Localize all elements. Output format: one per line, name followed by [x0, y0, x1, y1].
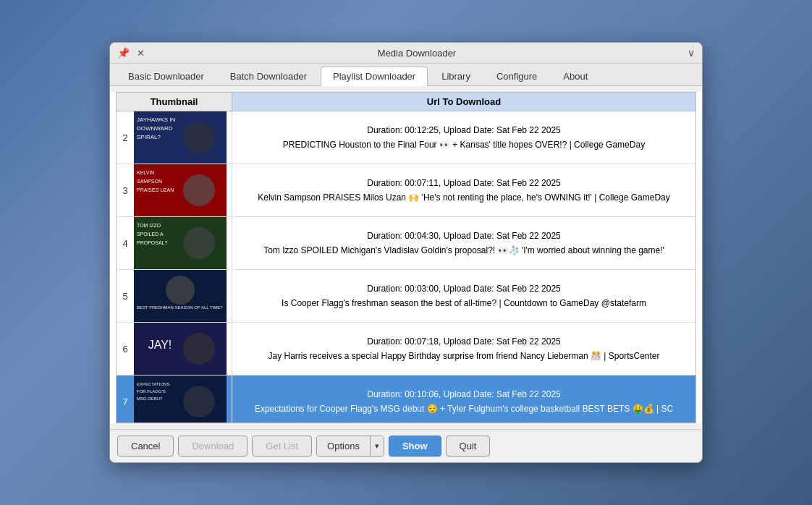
- options-dropdown-arrow[interactable]: ▾: [370, 436, 384, 456]
- row-duration: Duration: 00:10:06, Upload Date: Sat Feb…: [241, 388, 687, 401]
- pin-icon: 📌: [117, 47, 129, 59]
- row-thumb-cell: 6 JAY!: [117, 323, 232, 375]
- svg-text:SPIRAL?: SPIRAL?: [137, 134, 161, 140]
- row-duration: Duration: 00:03:00, Upload Date: Sat Feb…: [241, 282, 687, 295]
- row-thumb-cell: 7 EXPECTATIONS FOR FLAGG'S MSG DEBUT: [117, 375, 232, 423]
- tab-playlist-downloader[interactable]: Playlist Downloader: [321, 67, 428, 86]
- svg-point-17: [166, 276, 195, 305]
- tab-about[interactable]: About: [551, 67, 600, 85]
- title-bar-controls: 📌 ✕: [117, 47, 146, 59]
- svg-text:PRAISES UZAN: PRAISES UZAN: [137, 187, 174, 192]
- table-row[interactable]: 5 BEST FRESHMAN SEASON OF ALL TIME? Dura…: [117, 270, 695, 323]
- thumbnail-image: KELVIN SAMPSON PRAISES UZAN: [134, 164, 227, 216]
- table-body[interactable]: 2 JAYHAWKS IN DOWNWARD SPIRAL?: [117, 111, 695, 423]
- url-column-header: Url To Download: [232, 93, 695, 111]
- row-thumb-cell: 3 KELVIN SAMPSON PRAISES UZAN: [117, 164, 232, 216]
- row-title: PREDICTING Houston to the Final Four 👀 +…: [241, 138, 687, 151]
- thumbnail-image: TOM IZZO SPOILED A PROPOSAL?: [134, 217, 227, 269]
- svg-point-14: [183, 227, 215, 259]
- options-button-group: Options ▾: [316, 436, 384, 457]
- svg-text:EXPECTATIONS: EXPECTATIONS: [137, 382, 169, 386]
- row-number: 4: [117, 235, 134, 252]
- row-thumb-cell: 5 BEST FRESHMAN SEASON OF ALL TIME?: [117, 270, 232, 322]
- window-title: Media Downloader: [146, 48, 688, 59]
- thumbnail-image: BEST FRESHMAN SEASON OF ALL TIME?: [134, 270, 227, 322]
- tab-library[interactable]: Library: [429, 67, 483, 85]
- svg-text:FOR FLAGG'S: FOR FLAGG'S: [137, 389, 166, 394]
- svg-point-25: [183, 386, 215, 417]
- row-content[interactable]: Duration: 00:07:11, Upload Date: Sat Feb…: [232, 164, 695, 216]
- row-number: 6: [117, 341, 134, 357]
- svg-text:SPOILED A: SPOILED A: [137, 232, 164, 237]
- thumbnail-column-header: Thumbnail: [117, 93, 232, 111]
- svg-text:MSG DEBUT: MSG DEBUT: [137, 396, 163, 401]
- row-number: 3: [117, 182, 134, 199]
- table-row[interactable]: 2 JAYHAWKS IN DOWNWARD SPIRAL?: [117, 111, 695, 164]
- close-button[interactable]: ✕: [135, 47, 146, 59]
- svg-text:KELVIN: KELVIN: [137, 170, 154, 175]
- thumbnail-image: JAY!: [134, 323, 227, 375]
- tab-batch-downloader[interactable]: Batch Downloader: [218, 67, 319, 85]
- svg-text:PROPOSAL?: PROPOSAL?: [137, 240, 168, 245]
- row-content[interactable]: Duration: 00:03:00, Upload Date: Sat Feb…: [232, 270, 695, 322]
- row-content[interactable]: Duration: 00:12:25, Upload Date: Sat Feb…: [232, 111, 695, 164]
- table-row[interactable]: 4 TOM IZZO SPOILED A PROPOSAL?: [117, 217, 695, 270]
- row-duration: Duration: 00:12:25, Upload Date: Sat Feb…: [241, 124, 687, 137]
- svg-text:DOWNWARD: DOWNWARD: [137, 125, 173, 132]
- main-window: 📌 ✕ Media Downloader ∨ Basic Downloader …: [109, 42, 703, 463]
- row-number: 5: [117, 288, 134, 305]
- svg-point-9: [183, 174, 215, 206]
- row-content[interactable]: Duration: 00:10:06, Upload Date: Sat Feb…: [232, 375, 695, 423]
- row-title: Kelvin Sampson PRAISES Milos Uzan 🙌 'He'…: [241, 191, 687, 204]
- row-title: Jay Harris receives a special Happy Birt…: [241, 349, 687, 362]
- row-thumb-cell: 4 TOM IZZO SPOILED A PROPOSAL?: [117, 217, 232, 269]
- svg-text:SAMPSON: SAMPSON: [137, 179, 162, 184]
- download-button[interactable]: Download: [178, 436, 248, 457]
- row-content[interactable]: Duration: 00:04:30, Upload Date: Sat Feb…: [232, 217, 695, 269]
- tab-bar: Basic Downloader Batch Downloader Playli…: [110, 64, 702, 86]
- cancel-button[interactable]: Cancel: [117, 436, 174, 457]
- tab-configure[interactable]: Configure: [484, 67, 549, 85]
- get-list-button[interactable]: Get List: [252, 436, 312, 457]
- table-header: Thumbnail Url To Download: [117, 93, 695, 111]
- thumbnail-image: EXPECTATIONS FOR FLAGG'S MSG DEBUT: [134, 375, 227, 423]
- tab-content: Thumbnail Url To Download 2 JAYHAWKS IN …: [110, 92, 702, 423]
- svg-point-4: [183, 122, 215, 153]
- title-bar: 📌 ✕ Media Downloader ∨: [110, 43, 702, 64]
- svg-text:TOM IZZO: TOM IZZO: [137, 223, 161, 228]
- row-number: 2: [117, 130, 134, 146]
- svg-text:JAYHAWKS IN: JAYHAWKS IN: [137, 116, 176, 123]
- row-duration: Duration: 00:07:18, Upload Date: Sat Feb…: [241, 335, 687, 348]
- row-title: Tom Izzo SPOILED Michigan's Vladislav Go…: [241, 244, 687, 257]
- row-thumb-cell: 2 JAYHAWKS IN DOWNWARD SPIRAL?: [117, 111, 232, 164]
- quit-button[interactable]: Quit: [446, 436, 491, 457]
- tab-basic-downloader[interactable]: Basic Downloader: [116, 67, 216, 85]
- row-title: Expectations for Cooper Flagg's MSG debu…: [241, 402, 687, 415]
- svg-text:JAY!: JAY!: [148, 339, 172, 351]
- row-duration: Duration: 00:07:11, Upload Date: Sat Feb…: [241, 177, 687, 190]
- thumbnail-image: JAYHAWKS IN DOWNWARD SPIRAL?: [134, 111, 227, 164]
- table-row[interactable]: 7 EXPECTATIONS FOR FLAGG'S MSG DEBUT: [117, 375, 695, 423]
- row-number: 7: [117, 394, 134, 410]
- playlist-table: Thumbnail Url To Download 2 JAYHAWKS IN …: [116, 92, 696, 423]
- svg-text:BEST FRESHMAN SEASON OF ALL TI: BEST FRESHMAN SEASON OF ALL TIME?: [137, 305, 223, 310]
- svg-point-20: [183, 333, 215, 365]
- row-duration: Duration: 00:04:30, Upload Date: Sat Feb…: [241, 229, 687, 242]
- row-content[interactable]: Duration: 00:07:18, Upload Date: Sat Feb…: [232, 323, 695, 375]
- row-title: Is Cooper Flagg's freshman season the be…: [241, 297, 687, 310]
- footer-toolbar: Cancel Download Get List Options ▾ Show …: [110, 429, 702, 462]
- show-button[interactable]: Show: [389, 436, 441, 457]
- minimize-button[interactable]: ∨: [688, 47, 695, 59]
- table-row[interactable]: 6 JAY! Duration: 00:07:18, Upload Date: …: [117, 323, 695, 375]
- table-row[interactable]: 3 KELVIN SAMPSON PRAISES UZAN: [117, 164, 695, 217]
- options-main-button[interactable]: Options: [317, 436, 370, 456]
